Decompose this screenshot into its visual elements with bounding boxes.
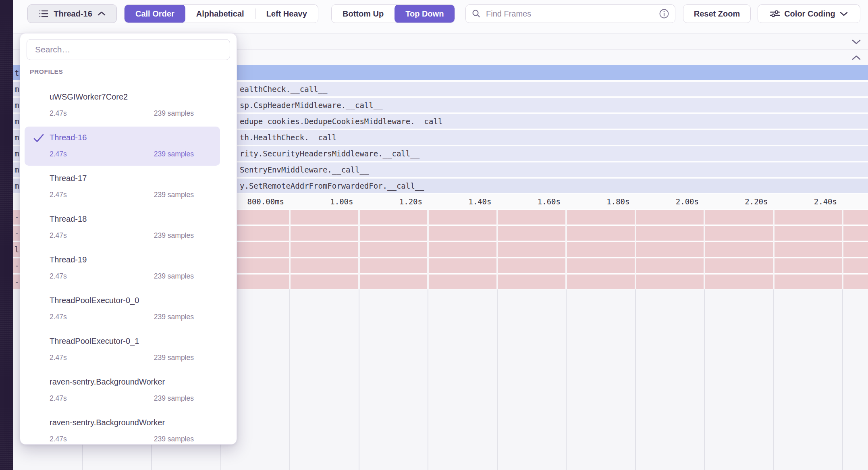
frame-text-fragment: m — [15, 165, 19, 174]
gridline — [566, 289, 567, 470]
tab-call-order[interactable]: Call Order — [125, 4, 185, 23]
gridline — [704, 289, 705, 470]
frame-text-fragment: - — [15, 229, 19, 238]
dropdown-items: uWSGIWorker7Core2 2.47s 239 samples Thre… — [20, 33, 237, 444]
gridline — [428, 289, 428, 470]
left-sidebar-strip — [0, 0, 13, 470]
frame-text-fragment: m — [15, 181, 19, 190]
thread-samples: 239 samples — [154, 150, 194, 158]
thread-list-item[interactable]: Thread-19 2.47s 239 samples — [25, 249, 220, 288]
frame-text-fragment: m — [15, 133, 19, 142]
thread-name: Thread-19 — [50, 255, 87, 264]
thread-duration: 2.47s — [50, 354, 67, 362]
gridline — [427, 210, 429, 289]
time-axis-tick: 1.60s — [538, 197, 561, 206]
thread-list-item[interactable]: raven-sentry.BackgroundWorker 2.47s 239 … — [25, 371, 220, 410]
toolbar: Thread-16 Call Order Alphabetical Left H… — [13, 0, 868, 33]
thread-list-item[interactable]: ThreadPoolExecutor-0_0 2.47s 239 samples — [25, 289, 220, 329]
sliders-icon — [770, 9, 780, 19]
direction-tabs: Bottom Up Top Down — [331, 4, 455, 23]
thread-list-item[interactable]: uWSGIWorker7Core2 2.47s 239 samples — [25, 86, 220, 125]
frame-text-fragment: m — [15, 149, 19, 158]
gridline — [289, 289, 290, 470]
frame-text: sp.CspHeaderMiddleware.__call__ — [240, 101, 383, 110]
thread-list-item[interactable]: Thread-16 2.47s 239 samples — [25, 127, 220, 166]
frame-text-fragment: l — [15, 245, 19, 254]
find-frames-input[interactable] — [485, 9, 655, 19]
thread-samples: 239 samples — [154, 313, 194, 321]
frame-text-fragment: - — [15, 213, 19, 222]
gridline — [359, 289, 359, 470]
search-icon — [471, 9, 481, 19]
list-icon — [38, 8, 49, 19]
frame-text-fragment: t — [15, 69, 19, 77]
thread-samples: 239 samples — [154, 435, 194, 443]
frame-text: SentryEnvMiddleware.__call__ — [240, 165, 369, 174]
tab-left-heavy[interactable]: Left Heavy — [255, 4, 318, 23]
time-axis-tick: 2.20s — [745, 197, 768, 206]
gridline — [842, 210, 843, 289]
thread-name: uWSGIWorker7Core2 — [50, 92, 128, 102]
tab-top-down[interactable]: Top Down — [395, 4, 455, 23]
gridline — [635, 210, 636, 289]
tab-alphabetical[interactable]: Alphabetical — [185, 4, 255, 23]
thread-duration: 2.47s — [50, 109, 67, 118]
thread-samples: 239 samples — [154, 354, 194, 362]
thread-list-item[interactable]: ThreadPoolExecutor-0_1 2.47s 239 samples — [25, 330, 220, 369]
info-icon[interactable] — [659, 8, 669, 19]
gridline — [497, 289, 498, 470]
thread-name: Thread-17 — [50, 174, 87, 183]
time-axis-tick: 800.00ms — [247, 197, 284, 206]
dropdown-search-input[interactable] — [34, 44, 222, 55]
thread-samples: 239 samples — [154, 231, 194, 240]
dropdown-search — [27, 39, 230, 60]
thread-duration: 2.47s — [50, 231, 67, 240]
frame-text-fragment: m — [15, 85, 19, 94]
thread-duration: 2.47s — [50, 313, 67, 321]
thread-samples: 239 samples — [154, 272, 194, 281]
time-axis-tick: 2.40s — [814, 197, 837, 206]
frame-text: ealthCheck.__call__ — [240, 85, 327, 94]
checkmark-icon — [33, 133, 45, 143]
thread-list-item[interactable]: raven-sentry.BackgroundWorker 2.47s 239 … — [25, 412, 220, 444]
gridline — [565, 210, 567, 289]
frame-text-fragment: m — [15, 117, 19, 126]
frame-text: rity.SecurityHeadersMiddleware.__call__ — [240, 149, 419, 158]
frame-text-fragment: m — [15, 101, 19, 110]
frame-text-fragment: - — [15, 261, 19, 270]
thread-name: raven-sentry.BackgroundWorker — [50, 377, 165, 387]
color-coding-button[interactable]: Color Coding — [758, 4, 860, 23]
thread-duration: 2.47s — [50, 272, 67, 281]
thread-duration: 2.47s — [50, 435, 67, 443]
thread-name: ThreadPoolExecutor-0_0 — [50, 296, 139, 305]
thread-list-item[interactable]: Thread-18 2.47s 239 samples — [25, 208, 220, 247]
thread-dropdown-panel: uWSGIWorker7Core2 2.47s 239 samples Thre… — [20, 33, 237, 445]
profiles-section-label: PROFILES — [30, 68, 63, 75]
gridline — [635, 289, 636, 470]
thread-samples: 239 samples — [154, 394, 194, 403]
color-coding-label: Color Coding — [784, 9, 835, 19]
thread-list-item[interactable]: Thread-17 2.47s 239 samples — [25, 167, 220, 206]
find-frames-search — [465, 4, 675, 23]
thread-selector-button[interactable]: Thread-16 — [27, 4, 117, 23]
thread-name: raven-sentry.BackgroundWorker — [50, 418, 165, 427]
frame-text-fragment: - — [15, 277, 19, 286]
thread-samples: 239 samples — [154, 109, 194, 118]
frame-text: y.SetRemoteAddrFromForwardedFor.__call__ — [240, 181, 424, 190]
collapse-chevron-down-icon[interactable] — [850, 38, 862, 46]
gridline — [773, 210, 775, 289]
gridline — [704, 210, 705, 289]
reset-zoom-button[interactable]: Reset Zoom — [683, 4, 751, 23]
time-axis-tick: 2.00s — [676, 197, 699, 206]
thread-name: Thread-16 — [50, 133, 87, 142]
gridline — [496, 210, 498, 289]
gridline — [842, 289, 843, 470]
gridline — [289, 210, 291, 289]
thread-duration: 2.47s — [50, 394, 67, 403]
tab-bottom-up[interactable]: Bottom Up — [332, 4, 395, 23]
thread-duration: 2.47s — [50, 191, 67, 199]
thread-name: Thread-18 — [50, 214, 87, 224]
collapse-chevron-up-icon[interactable] — [850, 54, 862, 61]
time-axis-tick: 1.00s — [330, 197, 353, 206]
gridline — [358, 210, 360, 289]
